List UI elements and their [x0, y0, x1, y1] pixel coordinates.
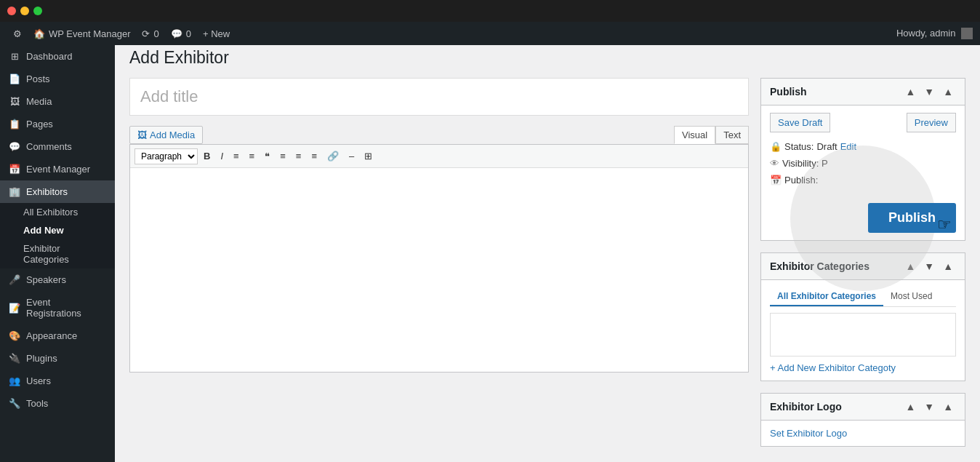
- italic-button[interactable]: I: [216, 148, 228, 164]
- add-category-link[interactable]: + Add New Exhibitor Categoty: [770, 362, 896, 373]
- align-right-button[interactable]: ≡: [307, 148, 321, 164]
- text-tab[interactable]: Text: [715, 126, 749, 144]
- toolbar-toggle-button[interactable]: ⊞: [360, 148, 377, 164]
- add-media-button[interactable]: 🖼 Add Media: [129, 126, 203, 144]
- title-input[interactable]: [129, 78, 749, 116]
- category-list: [770, 313, 956, 357]
- updates-icon: ⟳: [142, 28, 150, 39]
- categories-panel-actions: ▲ ▼ ▲: [902, 259, 956, 274]
- bold-button[interactable]: B: [199, 148, 214, 164]
- publish-collapse-up[interactable]: ▲: [902, 84, 918, 99]
- preview-button[interactable]: Preview: [907, 113, 956, 132]
- logo-panel-header: Exhibitor Logo ▲ ▼ ▲: [761, 394, 965, 421]
- save-draft-button[interactable]: Save Draft: [770, 113, 830, 132]
- blockquote-button[interactable]: ❝: [260, 148, 274, 164]
- sidebar-item-tools[interactable]: 🔧 Tools: [0, 392, 115, 415]
- minimize-button[interactable]: [20, 7, 29, 15]
- sidebar-item-users[interactable]: 👥 Users: [0, 370, 115, 392]
- logo-close[interactable]: ▲: [940, 399, 956, 414]
- pages-icon: 📋: [9, 119, 20, 130]
- logo-panel-body: Set Exhibitor Logo: [761, 421, 965, 446]
- layout: ⊞ Dashboard 📄 Posts 🖼 Media 📋 Pages 💬 Co…: [0, 45, 980, 462]
- publish-collapse-down[interactable]: ▼: [921, 84, 937, 99]
- wp-icon: ⚙: [13, 28, 22, 39]
- users-icon: 👥: [9, 375, 20, 386]
- visual-tab[interactable]: Visual: [674, 126, 715, 144]
- admin-bar-wp-logo[interactable]: ⚙: [7, 28, 28, 39]
- editor-format-bar: Paragraph B I ≡ ≡ ❝ ≡ ≡ ≡ 🔗 – ⊞: [130, 145, 748, 168]
- logo-collapse-up[interactable]: ▲: [902, 399, 918, 414]
- dashboard-icon: ⊞: [9, 51, 20, 62]
- close-button[interactable]: [7, 7, 16, 15]
- avatar: [961, 28, 973, 39]
- sidebar-item-event-manager[interactable]: 📅 Event Manager: [0, 158, 115, 180]
- publish-panel-header: Publish ▲ ▼ ▲: [761, 79, 965, 105]
- admin-bar-updates[interactable]: ⟳ 0: [136, 28, 164, 39]
- editor-main: 🖼 Add Media Visual Text Paragraph B: [129, 78, 749, 458]
- exhibitors-sub-menu: All Exhibitors Add New Exhibitor Categor…: [0, 203, 115, 268]
- event-reg-icon: 📝: [9, 303, 20, 314]
- sidebar-item-plugins[interactable]: 🔌 Plugins: [0, 347, 115, 370]
- eye-icon: 👁: [770, 158, 779, 169]
- sidebar-item-comments[interactable]: 💬 Comments: [0, 135, 115, 158]
- home-icon: 🏠: [33, 28, 45, 39]
- set-logo-link[interactable]: Set Exhibitor Logo: [770, 428, 847, 439]
- admin-bar-comments[interactable]: 💬 0: [165, 28, 197, 39]
- unordered-list-button[interactable]: ≡: [229, 148, 244, 164]
- editor-container: 🖼 Add Media Visual Text Paragraph B: [129, 78, 965, 458]
- publish-area: Publish ☞: [761, 196, 965, 240]
- sidebar-sub-all-exhibitors[interactable]: All Exhibitors: [0, 203, 115, 221]
- admin-bar-howdy: Howdy, admin: [896, 28, 973, 40]
- status-row: 🔒 Status: Draft Edit: [770, 138, 956, 155]
- admin-bar-new[interactable]: + New: [197, 28, 236, 39]
- maximize-button[interactable]: [33, 7, 42, 15]
- comments-icon: 💬: [171, 28, 182, 39]
- cat-tab-all[interactable]: All Exhibitor Categories: [770, 287, 883, 306]
- exhibitors-icon: 🏢: [9, 186, 20, 197]
- sidebar-item-media[interactable]: 🖼 Media: [0, 90, 115, 113]
- main-content: Screen Options ▼ Add Exhibitor 🖼 Add Med…: [115, 45, 980, 462]
- sidebar-item-speakers[interactable]: 🎤 Speakers: [0, 268, 115, 291]
- status-edit-link[interactable]: Edit: [840, 141, 856, 152]
- media-icon: 🖼: [137, 130, 147, 140]
- sidebar-sub-exhibitor-categories[interactable]: Exhibitor Categories: [0, 239, 115, 268]
- page-title: Add Exhibitor: [129, 48, 965, 68]
- sidebar-item-event-registrations[interactable]: 📝 Event Registrations: [0, 291, 115, 324]
- paragraph-select[interactable]: Paragraph: [134, 148, 198, 164]
- publish-draft-row: Save Draft Preview: [770, 113, 956, 132]
- sidebar-sub-add-new[interactable]: Add New: [0, 221, 115, 239]
- admin-bar-site-name[interactable]: 🏠 WP Event Manager: [28, 28, 136, 39]
- sidebar-item-appearance[interactable]: 🎨 Appearance: [0, 324, 115, 347]
- align-left-button[interactable]: ≡: [276, 148, 290, 164]
- admin-bar: ⚙ 🏠 WP Event Manager ⟳ 0 💬 0 + New Howdy…: [0, 22, 980, 45]
- editor-box: Paragraph B I ≡ ≡ ❝ ≡ ≡ ≡ 🔗 – ⊞: [129, 144, 749, 373]
- calendar-icon: 📅: [770, 175, 782, 186]
- ordered-list-button[interactable]: ≡: [245, 148, 260, 164]
- categories-panel-header: Exhibitor Categories ▲ ▼ ▲: [761, 253, 965, 280]
- sidebar-item-posts[interactable]: 📄 Posts: [0, 68, 115, 90]
- categories-collapse-down[interactable]: ▼: [921, 259, 937, 274]
- categories-close[interactable]: ▲: [940, 259, 956, 274]
- publish-panel-actions: ▲ ▼ ▲: [902, 84, 956, 99]
- sidebar-item-dashboard[interactable]: ⊞ Dashboard: [0, 45, 115, 68]
- tools-icon: 🔧: [9, 398, 20, 409]
- link-button[interactable]: 🔗: [323, 148, 343, 164]
- visual-text-tabs: Visual Text: [674, 126, 749, 144]
- align-center-button[interactable]: ≡: [292, 148, 306, 164]
- appearance-icon: 🎨: [9, 330, 20, 341]
- editor-content[interactable]: [130, 168, 748, 372]
- logo-collapse-down[interactable]: ▼: [921, 399, 937, 414]
- sidebar-panels: Publish ▲ ▼ ▲ Save Draft Preview: [760, 78, 965, 458]
- sidebar-item-pages[interactable]: 📋 Pages: [0, 113, 115, 135]
- sidebar-item-exhibitors[interactable]: 🏢 Exhibitors: [0, 180, 115, 203]
- publish-panel: Publish ▲ ▼ ▲ Save Draft Preview: [760, 78, 965, 241]
- exhibitor-logo-panel: Exhibitor Logo ▲ ▼ ▲ Set Exhibitor Logo: [760, 393, 965, 447]
- event-manager-icon: 📅: [9, 164, 20, 175]
- publish-close[interactable]: ▲: [940, 84, 956, 99]
- title-bar: [0, 0, 980, 22]
- cat-tab-most-used[interactable]: Most Used: [883, 287, 939, 306]
- categories-collapse-up[interactable]: ▲: [902, 259, 918, 274]
- more-button[interactable]: –: [345, 148, 358, 164]
- category-tabs: All Exhibitor Categories Most Used: [770, 287, 956, 307]
- publish-button[interactable]: Publish: [868, 203, 956, 233]
